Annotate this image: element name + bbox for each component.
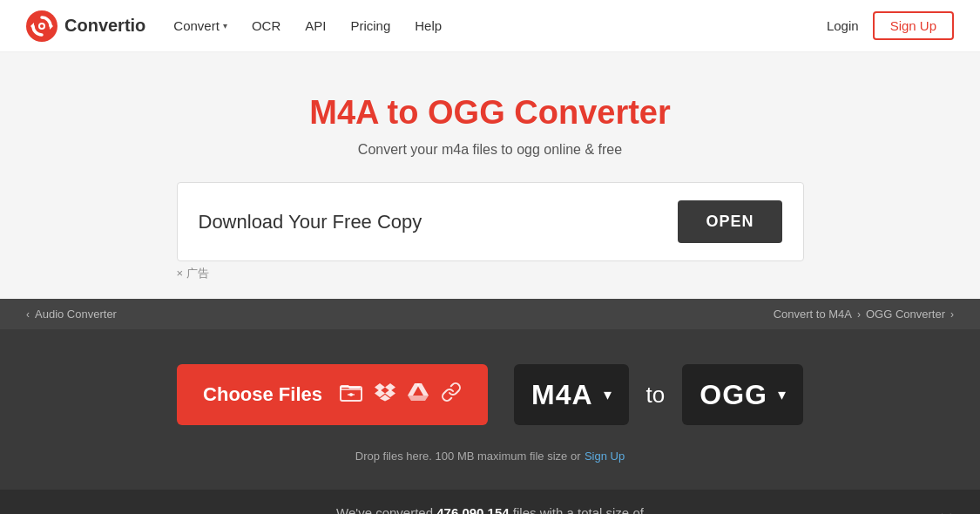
- stats-close-button[interactable]: ✕: [938, 509, 954, 514]
- bc-right-chevron2: ›: [950, 308, 954, 321]
- stats-text: We've converted 476,090,154 files with a…: [335, 505, 645, 514]
- hint-signup-link[interactable]: Sign Up: [585, 450, 625, 463]
- nav-item-convert[interactable]: Convert ▾: [173, 18, 227, 33]
- converter-hint: Drop files here. 100 MB maximum file siz…: [0, 443, 980, 490]
- svg-point-2: [40, 24, 44, 28]
- breadcrumb-right: Convert to M4A › OGG Converter ›: [774, 308, 954, 321]
- breadcrumb-convert-m4a[interactable]: Convert to M4A: [774, 308, 852, 321]
- format-selector: M4A ▾ to OGG ▾: [514, 364, 803, 425]
- to-label: to: [646, 382, 666, 409]
- nav-item-ocr[interactable]: OCR: [252, 18, 280, 33]
- breadcrumb-audio-converter[interactable]: Audio Converter: [35, 308, 117, 321]
- nav-left: Convertio Convert ▾ OCR API Pricing Help: [26, 10, 442, 42]
- converter-body: Choose Files: [0, 329, 980, 443]
- ad-close-label[interactable]: × 广告: [177, 267, 209, 280]
- nav-menu: Convert ▾ OCR API Pricing Help: [173, 18, 442, 33]
- from-format-label: M4A: [531, 379, 593, 411]
- nav-item-pricing[interactable]: Pricing: [350, 18, 390, 33]
- breadcrumb: ‹ Audio Converter Convert to M4A › OGG C…: [0, 299, 980, 329]
- to-format-chevron: ▾: [778, 385, 786, 404]
- dropbox-icon[interactable]: [375, 382, 395, 408]
- navbar: Convertio Convert ▾ OCR API Pricing Help…: [0, 0, 980, 52]
- hero-subtitle: Convert your m4a files to ogg online & f…: [17, 142, 963, 158]
- bc-left-chevron: ‹: [26, 308, 30, 321]
- stats-bar: We've converted 476,090,154 files with a…: [0, 490, 980, 514]
- folder-icon[interactable]: [340, 382, 362, 407]
- from-format-button[interactable]: M4A ▾: [514, 364, 629, 425]
- ad-text: Download Your Free Copy: [199, 211, 422, 233]
- stats-prefix: We've converted: [336, 505, 433, 514]
- file-icons: [340, 382, 462, 408]
- link-icon[interactable]: [441, 382, 462, 408]
- from-format-chevron: ▾: [604, 385, 612, 404]
- logo[interactable]: Convertio: [26, 10, 145, 42]
- ad-banner: Download Your Free Copy OPEN: [177, 182, 804, 261]
- login-button[interactable]: Login: [827, 18, 859, 33]
- google-drive-icon[interactable]: [408, 382, 429, 407]
- logo-icon: [26, 10, 57, 42]
- logo-text: Convertio: [64, 16, 145, 36]
- ad-footer: × 广告: [177, 265, 804, 281]
- nav-item-api[interactable]: API: [305, 18, 326, 33]
- hint-text: Drop files here. 100 MB maximum file siz…: [355, 450, 581, 463]
- nav-right: Login Sign Up: [827, 11, 954, 40]
- nav-item-help[interactable]: Help: [415, 18, 442, 33]
- choose-files-label: Choose Files: [203, 383, 322, 406]
- signup-button[interactable]: Sign Up: [873, 11, 954, 40]
- to-format-button[interactable]: OGG ▾: [682, 364, 803, 425]
- page-title: M4A to OGG Converter: [17, 94, 963, 132]
- chevron-down-icon: ▾: [223, 21, 227, 30]
- choose-files-button[interactable]: Choose Files: [177, 364, 488, 425]
- to-format-label: OGG: [700, 379, 767, 411]
- breadcrumb-ogg-converter[interactable]: OGG Converter: [866, 308, 945, 321]
- breadcrumb-left: ‹ Audio Converter: [26, 308, 117, 321]
- converter-section: ‹ Audio Converter Convert to M4A › OGG C…: [0, 299, 980, 490]
- stats-middle: files with a total size of: [513, 505, 644, 514]
- hero-section: M4A to OGG Converter Convert your m4a fi…: [0, 52, 980, 299]
- ad-open-button[interactable]: OPEN: [678, 200, 781, 243]
- stats-number: 476,090,154: [436, 505, 509, 514]
- bc-right-chevron1: ›: [857, 308, 861, 321]
